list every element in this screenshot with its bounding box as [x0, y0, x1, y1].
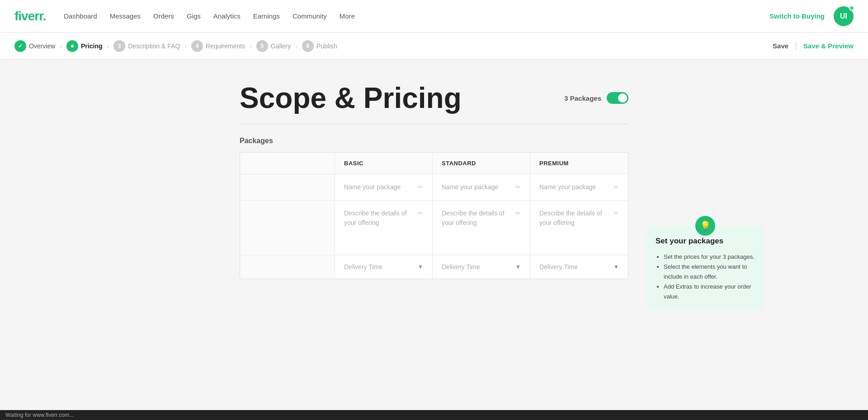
basic-description-edit-icon[interactable]: ✏	[418, 210, 423, 217]
status-bar-text: Waiting for www.fiverr.com...	[5, 412, 74, 418]
logo[interactable]: fiverr.	[14, 9, 46, 23]
avatar-online-badge	[849, 5, 854, 11]
description-row-label	[240, 201, 335, 255]
step-gallery-circle: 5	[256, 40, 268, 52]
standard-description-placeholder: Describe the details of your offering	[442, 209, 512, 228]
basic-name-placeholder: Name your package	[344, 182, 414, 192]
step-description-circle: 3	[113, 40, 125, 52]
packages-table: BASIC STANDARD PREMIUM Name your package…	[240, 152, 628, 279]
table-delivery-row: Delivery Time ▼ Delivery Time ▼ Delivery…	[240, 255, 628, 279]
step-publish[interactable]: 6 Publish	[302, 40, 337, 52]
action-divider	[796, 42, 796, 51]
step-requirements[interactable]: 4 Requirements	[191, 40, 245, 52]
nav-earnings[interactable]: Earnings	[253, 12, 280, 20]
standard-delivery-cell[interactable]: Delivery Time ▼	[433, 255, 530, 279]
basic-name-cell[interactable]: Name your package ✏	[335, 174, 433, 200]
breadcrumb-steps: ✓ Overview › Pricing › 3 Description & F…	[14, 40, 773, 52]
step-description[interactable]: 3 Description & FAQ	[113, 40, 180, 52]
premium-delivery-cell[interactable]: Delivery Time ▼	[530, 255, 628, 279]
standard-delivery-placeholder: Delivery Time	[442, 263, 512, 271]
packages-toggle-switch[interactable]	[607, 92, 628, 104]
basic-description-cell[interactable]: Describe the details of your offering ✏	[335, 201, 433, 255]
basic-name-edit-icon[interactable]: ✏	[418, 183, 423, 191]
navigation: fiverr. Dashboard Messages Orders Gigs A…	[0, 0, 868, 33]
packages-toggle: 3 Packages	[564, 92, 628, 104]
standard-name-placeholder: Name your package	[442, 182, 512, 192]
arrow-2: ›	[107, 42, 109, 50]
nav-messages[interactable]: Messages	[110, 12, 141, 20]
tooltip-icon: 💡	[695, 216, 715, 236]
packages-count-label: 3 Packages	[564, 94, 601, 102]
name-row-label	[240, 174, 335, 200]
basic-delivery-cell[interactable]: Delivery Time ▼	[335, 255, 433, 279]
header-col-standard: STANDARD	[433, 153, 530, 174]
status-bar: Waiting for www.fiverr.com...	[0, 410, 868, 420]
page-title-row: Scope & Pricing 3 Packages	[240, 81, 628, 115]
tooltip-item-2: Select the elements you want to include …	[664, 262, 755, 282]
step-requirements-label: Requirements	[206, 42, 245, 50]
nav-analytics[interactable]: Analytics	[213, 12, 241, 20]
table-description-row: Describe the details of your offering ✏ …	[240, 201, 628, 255]
header-col-basic: BASIC	[335, 153, 433, 174]
basic-delivery-dropdown-icon[interactable]: ▼	[418, 264, 423, 270]
header-col-premium: PREMIUM	[530, 153, 628, 174]
basic-description-placeholder: Describe the details of your offering	[344, 209, 414, 228]
content-area: Scope & Pricing 3 Packages Packages BASI…	[240, 81, 628, 398]
standard-name-edit-icon[interactable]: ✏	[515, 183, 521, 191]
premium-name-placeholder: Name your package	[539, 182, 610, 192]
delivery-row-label	[240, 255, 335, 279]
standard-description-edit-icon[interactable]: ✏	[515, 210, 521, 217]
step-pricing-label: Pricing	[81, 42, 102, 50]
toggle-knob	[618, 93, 627, 103]
switch-to-buying-button[interactable]: Switch to Buying	[769, 12, 825, 20]
arrow-4: ›	[250, 42, 252, 50]
premium-name-edit-icon[interactable]: ✏	[613, 183, 619, 191]
packages-section-label: Packages	[240, 137, 628, 145]
standard-delivery-dropdown-icon[interactable]: ▼	[515, 264, 521, 270]
premium-name-cell[interactable]: Name your package ✏	[530, 174, 628, 200]
tooltip-title: Set your packages	[656, 237, 755, 246]
page-title: Scope & Pricing	[240, 81, 462, 115]
standard-name-cell[interactable]: Name your package ✏	[433, 174, 530, 200]
tooltip-item-3: Add Extras to increase your order value.	[664, 282, 755, 302]
nav-gigs[interactable]: Gigs	[187, 12, 201, 20]
arrow-1: ›	[60, 42, 62, 50]
step-overview[interactable]: ✓ Overview	[14, 40, 55, 52]
basic-delivery-placeholder: Delivery Time	[344, 263, 414, 271]
step-overview-label: Overview	[29, 42, 55, 50]
svg-point-1	[71, 45, 74, 47]
table-header-row: BASIC STANDARD PREMIUM	[240, 153, 628, 174]
step-gallery-label: Gallery	[271, 42, 291, 50]
premium-description-cell[interactable]: Describe the details of your offering ✏	[530, 201, 628, 255]
breadcrumb-actions: Save Save & Preview	[773, 42, 854, 51]
standard-description-cell[interactable]: Describe the details of your offering ✏	[433, 201, 530, 255]
tooltip-panel: 💡 Set your packages Set the prices for y…	[646, 226, 764, 311]
main-content: Scope & Pricing 3 Packages Packages BASI…	[0, 60, 868, 420]
step-requirements-circle: 4	[191, 40, 203, 52]
nav-orders[interactable]: Orders	[153, 12, 174, 20]
step-publish-label: Publish	[316, 42, 337, 50]
step-gallery[interactable]: 5 Gallery	[256, 40, 291, 52]
nav-dashboard[interactable]: Dashboard	[64, 12, 97, 20]
arrow-5: ›	[295, 42, 297, 50]
avatar-initials: UI	[840, 12, 847, 20]
step-description-label: Description & FAQ	[128, 42, 180, 50]
tooltip-item-1: Set the prices for your 3 packages.	[664, 252, 755, 262]
step-pricing[interactable]: Pricing	[66, 40, 102, 52]
premium-description-placeholder: Describe the details of your offering	[539, 209, 610, 228]
step-pricing-circle	[66, 40, 78, 52]
avatar[interactable]: UI	[834, 6, 854, 26]
nav-right: Switch to Buying UI	[769, 6, 854, 26]
nav-more[interactable]: More	[340, 12, 355, 20]
breadcrumb-bar: ✓ Overview › Pricing › 3 Description & F…	[0, 33, 868, 60]
premium-description-edit-icon[interactable]: ✏	[613, 210, 619, 217]
section-divider	[240, 124, 628, 124]
nav-community[interactable]: Community	[292, 12, 327, 20]
arrow-3: ›	[184, 42, 187, 50]
step-publish-circle: 6	[302, 40, 314, 52]
save-button[interactable]: Save	[773, 42, 788, 50]
table-name-row: Name your package ✏ Name your package ✏ …	[240, 174, 628, 201]
premium-delivery-dropdown-icon[interactable]: ▼	[613, 264, 619, 270]
save-preview-button[interactable]: Save & Preview	[803, 42, 854, 50]
premium-delivery-placeholder: Delivery Time	[539, 263, 610, 271]
